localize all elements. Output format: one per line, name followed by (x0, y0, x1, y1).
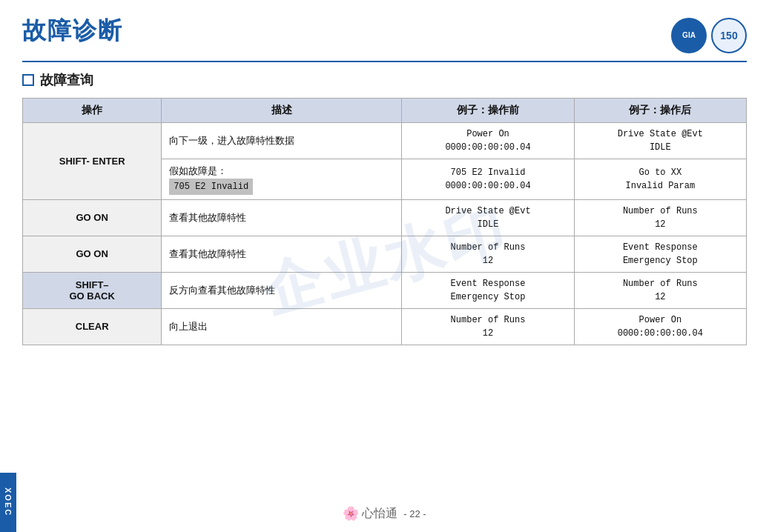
page-number: - 22 - (403, 508, 426, 519)
after-cell: Number of Runs 12 (574, 272, 746, 308)
logo-150: 150 (711, 18, 747, 53)
after-cell: Event Response Emergency Stop (574, 236, 746, 272)
before-cell: 705 E2 Invalid 0000:00:00:00.04 (402, 159, 574, 200)
brand-name: 心怡通 (362, 506, 397, 522)
table-row: GO ON查看其他故障特性Number of Runs 12Event Resp… (23, 236, 747, 272)
footer-brand: 🌸 心怡通 (343, 505, 397, 522)
page-title: 故障诊断 (22, 15, 123, 47)
before-cell: Power On 0000:00:00:00.04 (402, 123, 574, 159)
section-icon (22, 74, 34, 86)
desc-cell: 反方向查看其他故障特性 (162, 272, 402, 308)
desc-cell: 向下一级，进入故障特性数据 (162, 123, 402, 159)
section-label: 故障查询 (40, 71, 93, 89)
section-title: 故障查询 (22, 71, 747, 89)
desc-cell: 查看其他故障特性 (162, 236, 402, 272)
op-cell-shift-enter: SHIFT- ENTER (23, 123, 162, 200)
col-header-desc: 描述 (162, 99, 402, 123)
left-bar-text: XOEC (4, 488, 13, 516)
table-row: CLEAR向上退出Number of Runs 12Power On 0000:… (23, 308, 747, 345)
desc-cell: 假如故障是：705 E2 Invalid (162, 159, 402, 200)
fault-table: 操作 描述 例子：操作前 例子：操作后 SHIFT- ENTER向下一级，进入故… (22, 98, 747, 345)
after-cell: Power On 0000:00:00:00.04 (574, 308, 746, 345)
after-cell: Go to XX Invalid Param (574, 159, 746, 200)
op-cell: CLEAR (23, 308, 162, 345)
header-divider (22, 61, 747, 62)
desc-cell: 查看其他故障特性 (162, 199, 402, 236)
before-cell: Number of Runs 12 (402, 236, 574, 272)
footer: 🌸 心怡通 - 22 - (0, 505, 769, 522)
table-row: SHIFT– GO BACK反方向查看其他故障特性Event Response … (23, 272, 747, 308)
op-cell: GO ON (23, 199, 162, 236)
col-header-before: 例子：操作前 (402, 99, 574, 123)
after-cell: Drive State @Evt IDLE (574, 123, 746, 159)
logo-area: GIA 150 (671, 18, 747, 53)
header: 故障诊断 GIA 150 (22, 15, 747, 53)
table-header-row: 操作 描述 例子：操作前 例子：操作后 (23, 99, 747, 123)
before-cell: Drive State @Evt IDLE (402, 199, 574, 236)
before-cell: Event Response Emergency Stop (402, 272, 574, 308)
table-row: GO ON查看其他故障特性Drive State @Evt IDLENumber… (23, 199, 747, 236)
col-header-op: 操作 (23, 99, 162, 123)
page: 企业水印 故障诊断 GIA 150 故障查询 操作 描述 例子：操作前 例子：操… (0, 0, 769, 532)
after-cell: Number of Runs 12 (574, 199, 746, 236)
logo-gia: GIA (671, 18, 707, 53)
op-cell: SHIFT– GO BACK (23, 272, 162, 308)
table-row: SHIFT- ENTER向下一级，进入故障特性数据Power On 0000:0… (23, 123, 747, 159)
left-bar: XOEC (0, 473, 16, 532)
desc-cell: 向上退出 (162, 308, 402, 345)
op-cell: GO ON (23, 236, 162, 272)
before-cell: Number of Runs 12 (402, 308, 574, 345)
highlight-text: 705 E2 Invalid (169, 179, 253, 195)
col-header-after: 例子：操作后 (574, 99, 746, 123)
